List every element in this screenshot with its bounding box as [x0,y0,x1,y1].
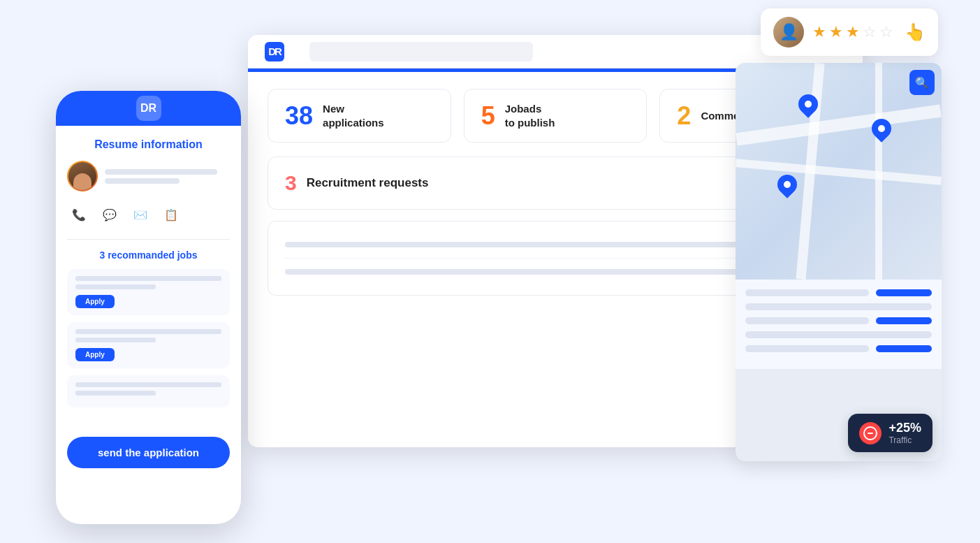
recommended-title: 3 recommanded jobs [67,249,230,261]
toggle-bar-1 [285,242,795,247]
stars[interactable]: ★ ★ ★ ☆ ☆ [812,23,893,41]
job-line-2a [75,329,221,334]
traffic-icon [859,422,882,444]
resume-line-2 [105,178,180,184]
stat-new-applications: 38 Newapplications [268,89,451,143]
traffic-pulse [863,426,877,440]
star-1[interactable]: ★ [812,23,826,41]
map-list-bar-2 [745,303,932,310]
map-pin-2[interactable] [872,119,891,138]
map-list-item-5 [745,345,932,352]
job-card-1: Apply [67,269,230,315]
stat-jobads: 5 Jobadsto publish [464,89,648,143]
job-lines-3 [75,382,221,396]
toggle-bar-2 [285,269,795,275]
job-line-3b [75,391,156,396]
map-pin-head-3 [773,171,801,198]
road-h2 [736,159,942,185]
star-2[interactable]: ★ [829,23,843,41]
map-list-bar-4 [745,331,932,338]
jobads-label: Jobadsto publish [505,102,555,129]
resume-info-lines [105,169,230,184]
job-lines-2 [75,329,221,342]
search-bar[interactable] [309,42,533,61]
map-pin-1[interactable] [798,94,818,114]
map-view[interactable]: 🔍 [736,63,942,280]
map-list-btn-3[interactable] [876,345,932,352]
job-line-1b [75,284,156,289]
job-line-2b [75,338,156,342]
traffic-label: Traffic [888,435,921,445]
chat-icon[interactable]: ✉️ [131,205,149,224]
map-pin-3[interactable] [777,175,797,194]
cursor-icon: 👆 [905,22,926,42]
recruitment-label: Recruitment requests [307,176,429,190]
star-5[interactable]: ☆ [879,23,893,41]
new-applications-number: 38 [285,103,313,129]
new-applications-label: Newapplications [323,102,384,129]
recruitment-number: 3 [285,171,297,195]
comments-number: 2 [677,103,691,129]
avatar-face [73,173,92,190]
avatar-inner [68,162,96,190]
traffic-text: +25% Traffic [888,421,921,445]
phone-logo: DR [136,96,161,121]
job-apply-btn-2[interactable]: Apply [75,348,115,361]
map-list-btn-2[interactable] [876,317,932,324]
app-logo: DR [262,39,287,64]
map-pin-head-1 [794,90,822,118]
map-panel: 🔍 [736,63,942,461]
resume-title: Resume information [67,138,230,151]
map-list-item-3 [745,317,932,324]
map-list-item-4 [745,331,932,338]
avatar: 👤 [773,17,804,48]
divider [67,239,230,240]
job-card-3 [67,375,230,407]
road-h1 [736,105,942,146]
rating-card: 👤 ★ ★ ★ ☆ ☆ 👆 [761,8,938,56]
star-3[interactable]: ★ [846,23,860,41]
job-card-2: Apply [67,322,230,368]
map-pin-head-2 [868,115,895,143]
map-list-item-2 [745,303,932,310]
contact-icons-row: 📞 💬 ✉️ 📋 [67,198,230,231]
map-list-item-1 [745,289,932,296]
traffic-pulse-inner [868,433,873,434]
resume-profile [67,161,230,191]
logo-shape: DR [265,42,284,61]
map-list-bar-5 [745,345,869,352]
mobile-phone: DR Resume information 📞 💬 ✉️ 📋 3 recomma… [56,91,241,524]
map-list-btn-1[interactable] [876,289,932,296]
resume-avatar [67,161,98,191]
road-v2 [875,63,882,280]
map-list-area [736,280,942,369]
map-search-button[interactable]: 🔍 [909,70,935,95]
traffic-percent: +25% [888,421,921,435]
map-list-bar-1 [745,289,869,296]
whatsapp-icon[interactable]: 💬 [101,205,119,224]
job-apply-btn-1[interactable]: Apply [75,295,115,308]
job-line-3a [75,382,221,387]
phone-icon[interactable]: 📞 [70,205,88,224]
send-application-button[interactable]: send the application [67,437,230,468]
resume-line-1 [105,169,217,175]
job-line-1a [75,276,221,281]
phone-header: DR [56,91,241,126]
jobads-number: 5 [481,103,495,129]
document-icon[interactable]: 📋 [162,205,180,224]
traffic-badge: +25% Traffic [848,414,933,452]
map-list-bar-3 [745,317,869,324]
job-lines-1 [75,276,221,289]
star-4[interactable]: ☆ [863,23,877,41]
phone-content: Resume information 📞 💬 ✉️ 📋 3 recommande… [56,126,241,427]
